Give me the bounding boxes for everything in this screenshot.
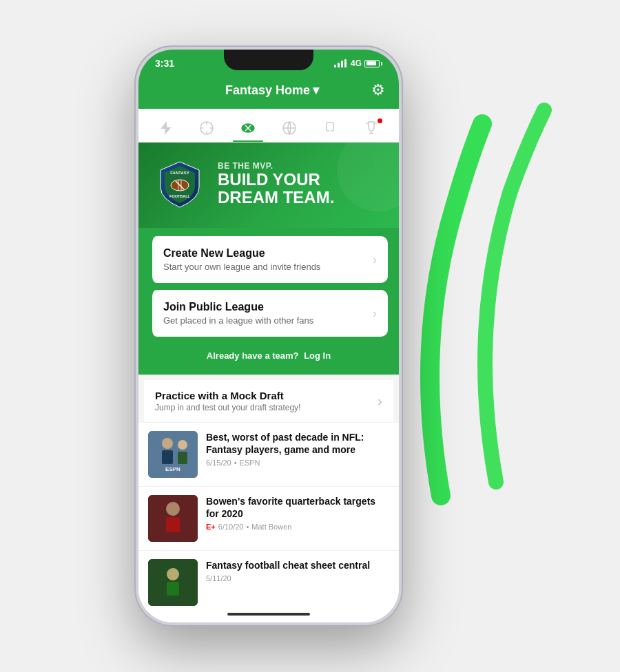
hero-title: BUILD YOURDREAM TEAM. — [218, 171, 334, 207]
battery-indicator — [364, 60, 382, 67]
svg-point-20 — [178, 440, 187, 450]
mock-draft-card[interactable]: Practice with a Mock Draft Jump in and t… — [144, 380, 393, 423]
join-league-content: Join Public League Get placed in a leagu… — [163, 301, 373, 326]
sport-tabs-bar — [138, 109, 399, 143]
tab-flash[interactable] — [151, 116, 181, 142]
news-thumb-2 — [148, 495, 198, 542]
hero-text-block: BE THE MVP. BUILD YOURDREAM TEAM. — [218, 161, 334, 207]
svg-rect-30 — [148, 559, 198, 606]
network-type: 4G — [351, 59, 362, 68]
svg-text:FOOTBALL: FOOTBALL — [169, 194, 191, 198]
news-title-3: Fantasy football cheat sheet central — [206, 559, 370, 571]
time-display: 3:31 — [155, 58, 174, 69]
svg-text:ESPN: ESPN — [165, 466, 180, 472]
news-source-2: Matt Bowen — [251, 523, 291, 531]
login-link[interactable]: Log In — [304, 350, 331, 361]
svg-text:FANTASY: FANTASY — [170, 171, 189, 175]
join-league-chevron: › — [373, 306, 377, 321]
fantasy-football-logo: FANTASY FOOTBALL — [152, 156, 207, 211]
news-thumb-1: ESPN — [148, 431, 198, 478]
news-title-2: Bowen's favorite quarterback targets for… — [206, 495, 389, 520]
news-content-1: Best, worst of past decade in NFL: Fanta… — [206, 431, 389, 467]
tab-basketball[interactable] — [274, 116, 304, 142]
settings-icon[interactable]: ⚙ — [371, 81, 385, 99]
phone-screen: 3:31 4G — [138, 50, 399, 622]
create-league-title: Create New League — [163, 247, 373, 260]
join-league-title: Join Public League — [163, 301, 373, 313]
svg-rect-26 — [148, 495, 198, 542]
news-item-2[interactable]: Bowen's favorite quarterback targets for… — [138, 487, 399, 551]
news-content-2: Bowen's favorite quarterback targets for… — [206, 495, 389, 531]
create-league-desc: Start your own league and invite friends — [163, 262, 373, 272]
news-content-3: Fantasy football cheat sheet central 5/1… — [206, 559, 370, 582]
news-title-1: Best, worst of past decade in NFL: Fanta… — [206, 431, 389, 456]
hero-subtitle: BE THE MVP. — [218, 161, 334, 171]
app-header: Fantasy Home ▾ ⚙ — [138, 74, 399, 109]
main-content: FANTASY FOOTBALL BE THE MVP. BUILD YOURD… — [138, 143, 399, 607]
phone-shell: 3:31 4G — [134, 45, 403, 627]
news-meta-1: 6/15/20 • ESPN — [206, 459, 389, 467]
signal-bars — [334, 59, 347, 67]
join-league-card[interactable]: Join Public League Get placed in a leagu… — [149, 290, 388, 337]
mock-draft-desc: Jump in and test out your draft strategy… — [155, 403, 300, 412]
news-date-1: 6/15/20 — [206, 459, 231, 467]
create-league-card[interactable]: Create New League Start your own league … — [149, 236, 388, 283]
svg-rect-21 — [178, 452, 187, 464]
home-bar — [227, 613, 310, 616]
dropdown-chevron: ▾ — [313, 83, 319, 98]
news-item-1[interactable]: ESPN Best, worst of past decade in NFL: … — [138, 423, 399, 487]
mock-draft-content: Practice with a Mock Draft Jump in and t… — [155, 390, 300, 412]
svg-rect-19 — [162, 450, 173, 464]
tab-soccer[interactable] — [192, 116, 222, 142]
home-indicator — [138, 607, 399, 622]
tab-football[interactable] — [233, 116, 263, 142]
tab-trophy[interactable] — [356, 116, 386, 142]
join-league-desc: Get placed in a league with other fans — [163, 315, 373, 326]
mock-draft-chevron: › — [378, 393, 382, 409]
create-league-chevron: › — [373, 253, 377, 267]
news-meta-3: 5/11/20 — [206, 574, 370, 582]
header-title-container[interactable]: Fantasy Home ▾ — [225, 83, 319, 98]
news-source-1: ESPN — [240, 459, 260, 467]
phone-notch — [224, 50, 313, 70]
already-have-text: Already have a team? — [207, 350, 299, 361]
tab-hockey[interactable] — [315, 116, 345, 142]
news-thumb-3 — [148, 559, 198, 606]
green-cards-section: Create New League Start your own league … — [138, 228, 399, 375]
news-item-3[interactable]: Fantasy football cheat sheet central 5/1… — [138, 551, 399, 607]
already-have-section: Already have a team? Log In — [149, 344, 388, 364]
espn-plus-badge: E+ — [206, 523, 216, 531]
status-indicators: 4G — [334, 59, 382, 68]
header-title: Fantasy Home — [225, 83, 310, 98]
news-date-2: 6/10/20 — [218, 523, 244, 531]
svg-point-18 — [162, 438, 173, 449]
create-league-content: Create New League Start your own league … — [163, 247, 373, 272]
news-meta-2: E+ 6/10/20 • Matt Bowen — [206, 523, 389, 531]
news-date-3: 5/11/20 — [206, 574, 231, 582]
hero-banner: FANTASY FOOTBALL BE THE MVP. BUILD YOURD… — [138, 143, 399, 228]
mock-draft-title: Practice with a Mock Draft — [155, 390, 300, 401]
